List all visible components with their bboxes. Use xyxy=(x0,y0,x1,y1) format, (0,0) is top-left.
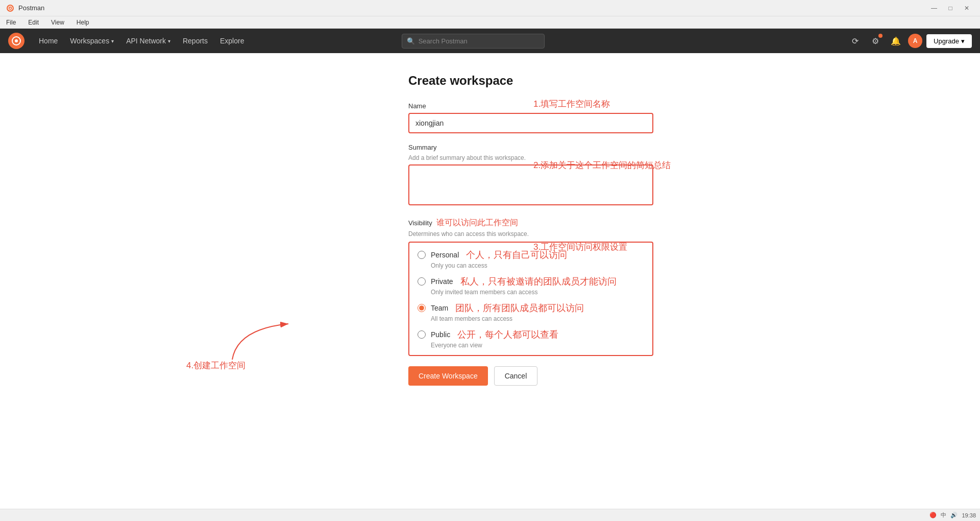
chinese-private: 私人，只有被邀请的团队成员才能访问 xyxy=(460,275,617,288)
chinese-personal: 个人，只有自己可以访问 xyxy=(466,249,567,261)
search-input[interactable] xyxy=(402,34,545,49)
nav-api-network[interactable]: API Network ▾ xyxy=(120,29,177,53)
menubar: File Edit View Help xyxy=(0,16,980,29)
postman-logo-icon xyxy=(6,4,14,12)
titlebar-left: Postman xyxy=(6,4,44,12)
chinese-public: 公开，每个人都可以查看 xyxy=(457,328,558,341)
menu-file[interactable]: File xyxy=(4,18,18,27)
summary-input[interactable] xyxy=(408,164,653,205)
bottom-text: 中 xyxy=(941,511,946,519)
summary-field-group: Summary Add a brief summary about this w… xyxy=(408,144,653,207)
visibility-label: Visibility xyxy=(408,219,432,227)
option-team: Team 团队，所有团队成员都可以访问 All team members can… xyxy=(418,302,644,322)
annotation-4: 4.创建工作空间 xyxy=(186,360,246,371)
postman-nav-logo xyxy=(8,33,24,49)
chevron-down-icon: ▾ xyxy=(961,37,965,45)
window-controls: — □ ✕ xyxy=(927,3,974,13)
search-bar: 🔍 xyxy=(402,34,545,49)
create-workspace-button[interactable]: Create Workspace xyxy=(408,366,488,386)
hint-private: Only invited team members can access xyxy=(431,289,644,296)
option-private: Private 私人，只有被邀请的团队成员才能访问 Only invited t… xyxy=(418,275,644,296)
chevron-down-icon: ▾ xyxy=(168,38,170,44)
label-team: Team xyxy=(431,304,448,312)
upgrade-button[interactable]: Upgrade ▾ xyxy=(926,34,972,48)
menu-edit[interactable]: Edit xyxy=(26,18,41,27)
annotation-arrow xyxy=(227,319,329,370)
navbar: Home Workspaces ▾ API Network ▾ Reports … xyxy=(0,29,980,53)
nav-right-actions: ⟳ ⚙ 🔔 A Upgrade ▾ xyxy=(847,33,972,49)
bottom-icon-2: 🔊 xyxy=(950,512,958,518)
close-button[interactable]: ✕ xyxy=(960,3,974,13)
chevron-down-icon: ▾ xyxy=(111,38,114,44)
radio-personal[interactable] xyxy=(418,251,426,259)
titlebar: Postman — □ ✕ xyxy=(0,0,980,16)
bottom-icons: 🔴 中 🔊 19:38 xyxy=(929,511,976,519)
nav-workspaces[interactable]: Workspaces ▾ xyxy=(64,29,120,53)
main-content: Create workspace Name Summary Add a brie… xyxy=(0,53,980,509)
bottombar: 🔴 中 🔊 19:38 xyxy=(0,509,980,521)
search-icon: 🔍 xyxy=(407,37,415,45)
postman-logo-icon xyxy=(12,36,21,45)
hint-public: Everyone can view xyxy=(431,342,644,349)
chinese-team: 团队，所有团队成员都可以访问 xyxy=(455,302,584,314)
avatar[interactable]: A xyxy=(908,34,922,48)
annotation-4-area: 4.创建工作空间 xyxy=(186,360,246,371)
nav-reports[interactable]: Reports xyxy=(177,29,214,53)
menu-view[interactable]: View xyxy=(49,18,66,27)
visibility-options: Personal 个人，只有自己可以访问 Only you can access… xyxy=(408,242,653,356)
summary-label: Summary xyxy=(408,144,653,151)
nav-home[interactable]: Home xyxy=(33,29,64,53)
label-public: Public xyxy=(431,330,450,339)
svg-point-2 xyxy=(10,7,11,9)
bottom-icon-1: 🔴 xyxy=(929,512,937,518)
form-buttons: Create Workspace Cancel xyxy=(408,366,653,386)
visibility-chinese-label: 谁可以访问此工作空间 xyxy=(436,218,518,228)
name-input[interactable] xyxy=(408,113,653,133)
summary-hint: Add a brief summary about this workspace… xyxy=(408,154,653,161)
menu-help[interactable]: Help xyxy=(75,18,91,27)
label-private: Private xyxy=(431,277,453,286)
form-area: Create workspace Name Summary Add a brie… xyxy=(248,74,732,386)
sync-icon[interactable]: ⟳ xyxy=(847,33,863,49)
hint-team: All team members can access xyxy=(431,315,644,322)
radio-public[interactable] xyxy=(418,330,426,339)
settings-icon[interactable]: ⚙ xyxy=(867,33,884,49)
create-workspace-form: Create workspace Name Summary Add a brie… xyxy=(408,74,653,386)
visibility-section: Visibility 谁可以访问此工作空间 Determines who can… xyxy=(408,218,653,356)
visibility-label-row: Visibility 谁可以访问此工作空间 xyxy=(408,218,653,228)
name-field-group: Name xyxy=(408,102,653,133)
option-personal: Personal 个人，只有自己可以访问 Only you can access xyxy=(418,249,644,269)
radio-private[interactable] xyxy=(418,277,426,286)
visibility-hint: Determines who can access this workspace… xyxy=(408,230,653,238)
name-label: Name xyxy=(408,102,653,110)
page-title: Create workspace xyxy=(408,74,653,88)
minimize-button[interactable]: — xyxy=(927,3,941,13)
app-title: Postman xyxy=(18,4,44,12)
hint-personal: Only you can access xyxy=(431,262,644,269)
notifications-icon[interactable]: 🔔 xyxy=(888,33,904,49)
radio-team[interactable] xyxy=(418,304,426,312)
label-personal: Personal xyxy=(431,251,459,259)
bottom-time: 19:38 xyxy=(962,512,976,518)
maximize-button[interactable]: □ xyxy=(943,3,958,13)
settings-badge xyxy=(878,34,883,38)
nav-explore[interactable]: Explore xyxy=(214,29,250,53)
option-public: Public 公开，每个人都可以查看 Everyone can view xyxy=(418,328,644,349)
cancel-button[interactable]: Cancel xyxy=(494,366,538,386)
